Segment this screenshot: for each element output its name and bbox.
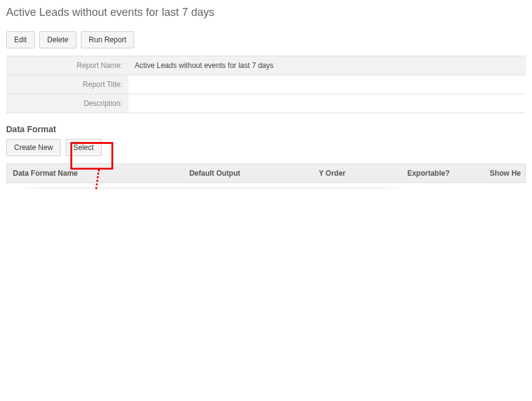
data-format-toolbar: Create New Select — [6, 139, 526, 156]
report-title-value — [129, 75, 526, 94]
run-report-button[interactable]: Run Report — [81, 31, 134, 48]
col-header-show-header[interactable]: Show He — [484, 164, 525, 182]
data-format-grid-header: Data Format Name Default Output Y Order … — [6, 163, 526, 183]
main-toolbar: Edit Delete Run Report — [6, 31, 526, 48]
report-name-value: Active Leads without events for last 7 d… — [129, 56, 526, 75]
report-name-label: Report Name: — [6, 56, 129, 75]
select-button[interactable]: Select — [66, 139, 102, 156]
report-details-table: Report Name: Active Leads without events… — [6, 56, 526, 113]
col-header-exportable[interactable]: Exportable? — [401, 164, 484, 182]
edit-button[interactable]: Edit — [6, 31, 35, 48]
page-title: Active Leads without events for last 7 d… — [6, 6, 526, 19]
description-label: Description: — [6, 94, 129, 113]
description-value — [129, 94, 526, 113]
col-header-y-order[interactable]: Y Order — [313, 164, 402, 182]
delete-button[interactable]: Delete — [39, 31, 77, 48]
data-format-section-title: Data Format — [6, 124, 526, 134]
col-header-name[interactable]: Data Format Name — [7, 164, 183, 182]
report-title-label: Report Title: — [6, 75, 129, 94]
create-new-button[interactable]: Create New — [6, 139, 61, 156]
col-header-default-output[interactable]: Default Output — [183, 164, 313, 182]
